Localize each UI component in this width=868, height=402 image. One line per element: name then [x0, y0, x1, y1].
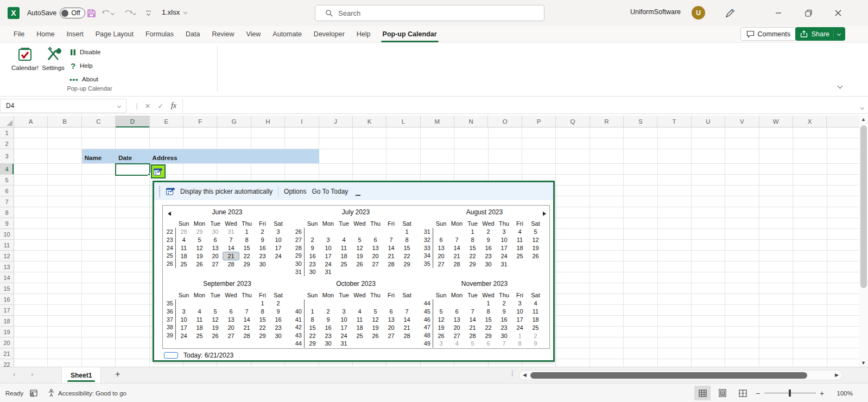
- day-cell[interactable]: 5: [207, 308, 223, 315]
- day-cell[interactable]: 29: [465, 260, 480, 268]
- day-cell[interactable]: 3: [512, 299, 528, 307]
- row-header-16[interactable]: 16: [0, 294, 14, 305]
- day-cell[interactable]: 15: [480, 316, 496, 323]
- day-cell[interactable]: 14: [399, 316, 415, 323]
- day-cell[interactable]: 17: [512, 316, 528, 323]
- day-cell[interactable]: 19: [352, 252, 368, 260]
- today-row[interactable]: Today: 6/21/2023: [164, 352, 233, 359]
- calendar-button[interactable]: Calendar!: [11, 46, 39, 86]
- column-header-N[interactable]: N: [454, 116, 488, 127]
- day-cell[interactable]: 23: [305, 260, 320, 268]
- day-cell[interactable]: 20: [449, 324, 465, 331]
- tab-developer[interactable]: Developer: [308, 26, 351, 42]
- day-cell[interactable]: 31: [336, 340, 352, 347]
- day-cell[interactable]: 16: [320, 324, 336, 331]
- day-cell[interactable]: 13: [368, 244, 383, 252]
- settings-button[interactable]: Settings: [40, 46, 67, 86]
- tab-file[interactable]: File: [8, 26, 30, 42]
- day-cell[interactable]: 14: [465, 316, 480, 323]
- tab-page-layout[interactable]: Page Layout: [90, 26, 140, 42]
- day-cell[interactable]: 16: [496, 316, 512, 323]
- column-header-I[interactable]: I: [285, 116, 319, 127]
- row-header-9[interactable]: 9: [0, 218, 14, 229]
- normal-view-button[interactable]: [694, 386, 711, 400]
- day-cell[interactable]: 25: [512, 252, 528, 260]
- day-cell[interactable]: 8: [255, 308, 270, 315]
- day-cell[interactable]: 30: [496, 332, 512, 340]
- day-cell[interactable]: 9: [528, 340, 543, 347]
- row-header-18[interactable]: 18: [0, 316, 14, 327]
- day-cell[interactable]: 16: [305, 252, 320, 260]
- day-cell[interactable]: 2: [480, 228, 496, 235]
- page-break-view-button[interactable]: [734, 386, 751, 400]
- day-cell[interactable]: 3: [336, 308, 352, 315]
- day-cell[interactable]: 13: [223, 316, 239, 323]
- day-cell[interactable]: 18: [528, 316, 543, 323]
- name-box-dropdown-icon[interactable]: [117, 104, 121, 107]
- day-cell[interactable]: 21: [223, 252, 239, 260]
- day-cell[interactable]: 10: [336, 316, 352, 323]
- tab-formulas[interactable]: Formulas: [140, 26, 180, 42]
- day-cell[interactable]: 10: [496, 236, 512, 244]
- day-cell[interactable]: 9: [320, 316, 336, 323]
- column-header-J[interactable]: J: [319, 116, 353, 127]
- new-sheet-button[interactable]: +: [115, 369, 120, 379]
- day-cell[interactable]: 6: [433, 236, 449, 244]
- day-cell[interactable]: 24: [270, 252, 286, 260]
- restore-button[interactable]: [800, 5, 816, 21]
- account-name[interactable]: UniformSoftware: [630, 8, 681, 16]
- day-cell[interactable]: 1: [255, 299, 270, 307]
- zoom-level[interactable]: 100%: [837, 384, 853, 402]
- day-cell[interactable]: 2: [528, 332, 543, 340]
- day-cell[interactable]: 23: [255, 252, 270, 260]
- day-cell[interactable]: 1: [480, 299, 496, 307]
- day-cell[interactable]: 20: [207, 252, 223, 260]
- scroll-up-icon[interactable]: ▲: [861, 117, 866, 122]
- cancel-entry-button[interactable]: ✕: [141, 99, 154, 113]
- day-cell[interactable]: 18: [336, 252, 352, 260]
- day-cell[interactable]: 29: [305, 340, 320, 347]
- day-cell[interactable]: 2: [320, 308, 336, 315]
- help-button[interactable]: ? Help: [69, 60, 93, 72]
- day-cell[interactable]: 26: [433, 332, 449, 340]
- previous-months-button[interactable]: [168, 212, 171, 216]
- day-cell[interactable]: 24: [176, 332, 192, 340]
- date-picker-cell-button[interactable]: [151, 164, 166, 178]
- vertical-scrollbar-thumb[interactable]: [860, 125, 867, 288]
- day-cell[interactable]: 24: [320, 260, 336, 268]
- day-cell[interactable]: 10: [270, 236, 286, 244]
- tab-home[interactable]: Home: [30, 26, 60, 42]
- day-cell[interactable]: 4: [528, 299, 543, 307]
- day-cell[interactable]: 24: [512, 324, 528, 331]
- day-cell[interactable]: 25: [336, 260, 352, 268]
- row-header-13[interactable]: 13: [0, 261, 14, 272]
- day-cell[interactable]: 27: [383, 332, 399, 340]
- redo-dropdown-icon[interactable]: [132, 11, 136, 15]
- tab-pop-up-calendar[interactable]: Pop-up Calendar: [377, 26, 443, 42]
- day-cell[interactable]: 8: [305, 316, 320, 323]
- day-cell[interactable]: 11: [352, 316, 368, 323]
- day-cell[interactable]: 8: [465, 236, 480, 244]
- tab-help[interactable]: Help: [351, 26, 377, 42]
- column-header-C[interactable]: C: [82, 116, 116, 127]
- previous-sheet-button[interactable]: ‹: [13, 370, 15, 378]
- day-cell[interactable]: 8: [399, 236, 415, 244]
- day-cell[interactable]: 1: [239, 228, 255, 235]
- options-menu[interactable]: Options: [284, 188, 306, 195]
- day-cell[interactable]: 29: [255, 332, 270, 340]
- day-cell[interactable]: 30: [255, 260, 270, 268]
- day-cell[interactable]: 28: [465, 332, 480, 340]
- day-cell[interactable]: 23: [496, 324, 512, 331]
- tab-automate[interactable]: Automate: [267, 26, 308, 42]
- day-cell[interactable]: 18: [512, 244, 528, 252]
- day-cell[interactable]: 2: [496, 299, 512, 307]
- day-cell[interactable]: 14: [449, 244, 465, 252]
- row-header-12[interactable]: 12: [0, 251, 14, 261]
- column-header-P[interactable]: P: [522, 116, 556, 127]
- zoom-in-button[interactable]: +: [820, 384, 824, 402]
- day-cell[interactable]: 25: [352, 332, 368, 340]
- day-cell[interactable]: 10: [320, 244, 336, 252]
- day-cell[interactable]: 26: [352, 260, 368, 268]
- day-cell[interactable]: 7: [383, 236, 399, 244]
- confirm-entry-button[interactable]: ✓: [154, 99, 167, 113]
